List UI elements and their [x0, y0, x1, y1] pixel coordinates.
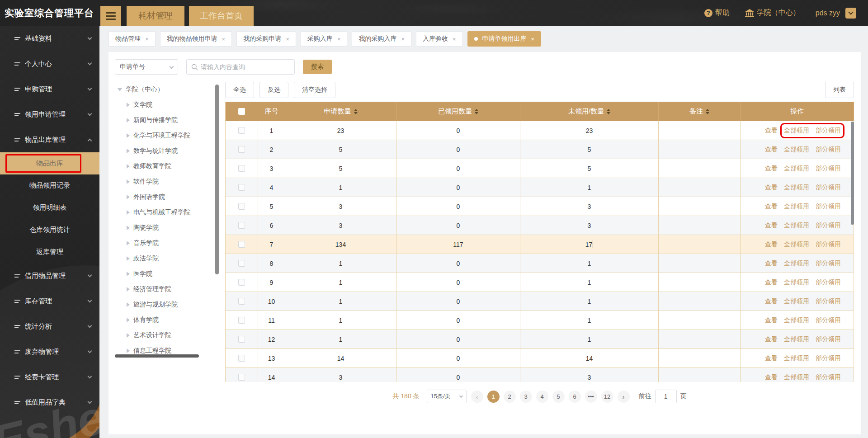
table-vertical-scrollbar[interactable] — [851, 122, 854, 225]
receive-partial-link[interactable]: 部分领用 — [816, 316, 841, 325]
user-dropdown-button[interactable] — [845, 8, 856, 19]
user-menu[interactable]: pds zyy — [816, 8, 856, 19]
receive-all-link[interactable]: 全部领用 — [784, 165, 809, 173]
org-selector[interactable]: 学院（中心） — [745, 8, 800, 18]
receive-all-link[interactable]: 全部领用 — [784, 146, 809, 154]
view-link[interactable]: 查看 — [765, 259, 778, 268]
invert-selection-button[interactable]: 反选 — [259, 82, 288, 98]
row-checkbox[interactable] — [238, 336, 245, 343]
view-link[interactable]: 查看 — [765, 297, 778, 306]
receive-all-link[interactable]: 全部领用 — [784, 127, 809, 135]
tree-item-音乐学院[interactable]: 音乐学院 — [115, 235, 220, 251]
column-header-已领用数量[interactable]: 已领用数量 — [396, 102, 520, 121]
sidebar-subitem-物品领用记录[interactable]: 物品领用记录 — [0, 174, 99, 197]
tree-item-陶瓷学院[interactable]: 陶瓷学院 — [115, 220, 220, 235]
more-pages-button[interactable]: ••• — [585, 391, 597, 403]
page-button-12[interactable]: 12 — [601, 391, 613, 403]
view-link[interactable]: 查看 — [765, 335, 778, 344]
caret-down-icon[interactable] — [118, 88, 122, 91]
page-size-select[interactable]: 15条/页 — [427, 390, 467, 403]
page-button-3[interactable]: 3 — [520, 391, 532, 403]
view-link[interactable]: 查看 — [765, 354, 778, 363]
caret-right-icon[interactable] — [127, 256, 130, 261]
row-checkbox[interactable] — [238, 127, 245, 134]
view-link[interactable]: 查看 — [765, 240, 778, 249]
caret-right-icon[interactable] — [127, 349, 130, 353]
row-checkbox[interactable] — [238, 146, 245, 153]
close-icon[interactable]: × — [337, 36, 341, 42]
tab-入库验收[interactable]: 入库验收× — [416, 31, 463, 47]
row-checkbox[interactable] — [238, 241, 245, 248]
caret-right-icon[interactable] — [127, 272, 130, 276]
receive-partial-link[interactable]: 部分领用 — [816, 240, 841, 249]
close-icon[interactable]: × — [453, 36, 456, 42]
close-icon[interactable]: × — [222, 36, 226, 42]
row-checkbox[interactable] — [238, 298, 245, 305]
list-view-button[interactable]: 列表 — [825, 82, 854, 98]
tree-vertical-scrollbar[interactable] — [215, 85, 219, 274]
tree-item-旅游与规划学院[interactable]: 旅游与规划学院 — [115, 297, 220, 312]
receive-partial-link[interactable]: 部分领用 — [816, 354, 841, 363]
view-link[interactable]: 查看 — [765, 373, 778, 381]
receive-all-link[interactable]: 全部领用 — [784, 221, 809, 230]
search-input[interactable] — [201, 63, 290, 71]
sidebar-item-4[interactable]: 物品出库管理 — [0, 127, 99, 152]
view-link[interactable]: 查看 — [765, 127, 778, 135]
receive-partial-link[interactable]: 部分领用 — [816, 373, 841, 381]
caret-right-icon[interactable] — [127, 210, 130, 215]
sidebar-item-3[interactable]: 领用申请管理 — [0, 102, 99, 127]
column-header-备注[interactable]: 备注 — [659, 102, 741, 121]
tree-item-化学与环境工程学院[interactable]: 化学与环境工程学院 — [115, 128, 220, 143]
row-checkbox[interactable] — [238, 317, 245, 324]
row-checkbox[interactable] — [238, 279, 245, 286]
view-link[interactable]: 查看 — [765, 165, 778, 173]
sidebar-subitem-领用明细表[interactable]: 领用明细表 — [0, 197, 99, 219]
receive-all-link[interactable]: 全部领用 — [784, 278, 809, 287]
sidebar-item-0[interactable]: 基础资料 — [0, 26, 99, 51]
tree-item-医学院[interactable]: 医学院 — [115, 266, 220, 282]
caret-right-icon[interactable] — [127, 226, 130, 230]
tree-item-软件学院[interactable]: 软件学院 — [115, 174, 220, 189]
receive-partial-link[interactable]: 部分领用 — [816, 184, 841, 192]
sort-icon[interactable] — [607, 109, 610, 114]
close-icon[interactable]: × — [145, 36, 149, 42]
caret-right-icon[interactable] — [127, 195, 130, 199]
row-checkbox[interactable] — [238, 203, 245, 210]
view-link[interactable]: 查看 — [765, 316, 778, 325]
next-page-button[interactable]: › — [618, 391, 630, 403]
search-field-select[interactable]: 申请单号 — [115, 59, 178, 75]
tree-item-体育学院[interactable]: 体育学院 — [115, 312, 220, 328]
caret-right-icon[interactable] — [127, 287, 130, 292]
caret-right-icon[interactable] — [127, 179, 130, 184]
tree-horizontal-scrollbar[interactable] — [115, 354, 199, 358]
tree-item-新闻与传播学院[interactable]: 新闻与传播学院 — [115, 113, 220, 128]
row-checkbox[interactable] — [238, 374, 245, 381]
view-link[interactable]: 查看 — [765, 221, 778, 230]
receive-partial-link[interactable]: 部分领用 — [816, 278, 841, 287]
receive-all-link[interactable]: 全部领用 — [784, 240, 809, 249]
select-all-checkbox[interactable] — [238, 108, 245, 115]
row-checkbox[interactable] — [238, 222, 245, 229]
receive-partial-link[interactable]: 部分领用 — [816, 335, 841, 344]
caret-right-icon[interactable] — [127, 318, 130, 322]
sidebar-item-7[interactable]: 统计分析 — [0, 314, 99, 339]
receive-all-link[interactable]: 全部领用 — [784, 373, 809, 381]
sidebar-item-9[interactable]: 经费卡管理 — [0, 364, 99, 390]
receive-all-link[interactable]: 全部领用 — [784, 297, 809, 306]
sidebar-item-1[interactable]: 个人中心 — [0, 51, 99, 76]
hamburger-button[interactable] — [100, 6, 121, 26]
caret-right-icon[interactable] — [127, 241, 130, 245]
tree-root[interactable]: 学院（中心） — [115, 82, 220, 97]
sidebar-item-10[interactable]: 低值用品字典 — [0, 390, 99, 415]
page-button-2[interactable]: 2 — [504, 391, 516, 403]
tree-item-政法学院[interactable]: 政法学院 — [115, 251, 220, 266]
sidebar-subitem-返库管理[interactable]: 返库管理 — [0, 241, 99, 263]
sidebar-item-8[interactable]: 废弃物管理 — [0, 339, 99, 364]
page-button-5[interactable]: 5 — [552, 391, 565, 403]
sidebar-item-2[interactable]: 申购管理 — [0, 76, 99, 102]
close-icon[interactable]: × — [286, 36, 289, 42]
receive-partial-link[interactable]: 部分领用 — [816, 203, 841, 211]
view-link[interactable]: 查看 — [765, 184, 778, 192]
goto-page-input[interactable] — [655, 390, 677, 403]
search-button[interactable]: 搜索 — [303, 60, 332, 74]
